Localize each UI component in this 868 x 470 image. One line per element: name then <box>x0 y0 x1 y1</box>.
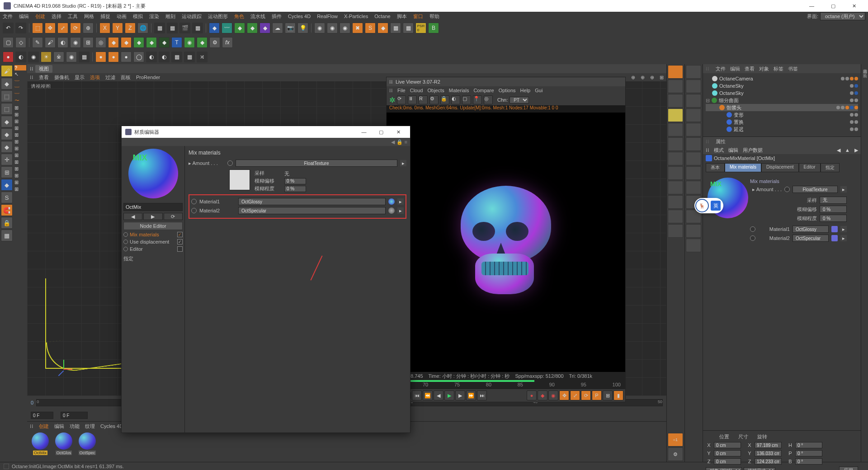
tool-icon[interactable]: ● <box>108 52 119 62</box>
material-ball-icon[interactable] <box>388 198 395 205</box>
nav-icon[interactable]: ▲ <box>845 147 850 153</box>
window-min[interactable]: — <box>802 0 822 12</box>
tool-icon[interactable]: ◐ <box>15 52 26 62</box>
menu-item[interactable]: 网格 <box>84 13 94 20</box>
octane-logo-icon[interactable]: ✲ <box>389 96 395 104</box>
grip-icon[interactable]: ⁞⁞ <box>30 75 33 80</box>
object-tree-row[interactable]: 置换 <box>706 118 858 126</box>
frame-field[interactable] <box>31 412 53 419</box>
material1-field[interactable]: OctGlossy <box>793 226 829 233</box>
menu-item[interactable]: 运动跟踪 <box>182 13 202 20</box>
editor-check[interactable]: Editor <box>123 246 183 252</box>
window-max[interactable]: ▢ <box>823 0 843 12</box>
tool-icon[interactable]: ◆ <box>146 37 157 48</box>
pointer-icon[interactable]: ↖ <box>14 71 26 77</box>
tool-icon[interactable]: ⊕ <box>83 23 94 33</box>
tool-icon[interactable]: ▦ <box>184 52 195 62</box>
side-tab[interactable]: 内容浏览器 构造 <box>861 64 868 462</box>
world-icon[interactable]: 🌐 <box>137 23 148 33</box>
axis-icon[interactable]: ✛ <box>1 154 13 165</box>
tool-icon[interactable]: ◇ <box>15 37 26 48</box>
menu-item[interactable]: 角色 <box>234 13 244 20</box>
mat-menu-item[interactable]: 功能 <box>70 423 80 430</box>
camera-icon[interactable]: 📷 <box>285 23 296 33</box>
tool-icon[interactable]: S <box>1 192 13 203</box>
material-name-input[interactable] <box>123 203 183 211</box>
material-thumb[interactable]: OctGlos <box>53 432 74 460</box>
undo-icon[interactable]: ↶ <box>3 23 14 33</box>
tool-icon[interactable] <box>668 123 683 136</box>
play-icon[interactable]: ▶ <box>444 390 454 400</box>
tool-icon[interactable] <box>686 152 701 165</box>
menu-item[interactable]: 窗口 <box>413 13 423 20</box>
generator2-icon[interactable]: ◆ <box>247 23 258 33</box>
tool-icon[interactable]: ◆ <box>377 23 388 33</box>
attr-menu[interactable]: 编辑 <box>728 147 738 154</box>
record-icon[interactable]: ● <box>527 390 537 400</box>
tool-icon[interactable]: ◉ <box>340 23 350 33</box>
move-icon[interactable]: ✥ <box>45 23 56 33</box>
tool-icon[interactable]: ▦ <box>171 52 182 62</box>
key-icon[interactable]: ◆ <box>538 390 547 400</box>
redo-icon[interactable]: ↷ <box>15 23 26 33</box>
menu-item[interactable]: 文件 <box>3 13 13 20</box>
grip-icon[interactable]: ⁞⁞ <box>30 66 33 72</box>
nav-icon[interactable]: ◀ <box>837 147 840 153</box>
vp-menu-item[interactable]: 显示 <box>75 74 85 81</box>
vp-menu-item[interactable]: ProRender <box>136 75 160 80</box>
bezier-icon[interactable]: 〜 <box>14 97 26 104</box>
object-tree-row[interactable]: OctaneCamera <box>706 75 858 82</box>
lv-menu[interactable]: Compare <box>473 88 494 93</box>
tool-icon[interactable]: ▢ <box>3 37 14 48</box>
material1-field[interactable]: OctGlossy <box>238 198 386 205</box>
object-tree-row[interactable]: 变形 <box>706 111 858 118</box>
tool-icon[interactable]: ⬚ <box>1 90 13 102</box>
tool-icon[interactable] <box>686 137 701 151</box>
om-menu[interactable]: 文件 <box>716 66 726 72</box>
attr-tab[interactable]: Displacement <box>761 163 799 172</box>
render-settings-icon[interactable]: 🎬 <box>179 23 190 33</box>
refresh-icon[interactable]: ⟳ <box>397 95 406 104</box>
prev-icon[interactable]: ◀ <box>123 213 142 220</box>
tool-icon[interactable]: ⊞ <box>14 186 26 192</box>
use-displacement-check[interactable]: Use displacement✓ <box>123 239 183 244</box>
text-tool-icon[interactable]: T <box>171 37 182 48</box>
menu-item[interactable]: 工具 <box>68 13 78 20</box>
material2-field[interactable]: OctSpecular <box>793 235 829 242</box>
live-viewer-panel[interactable]: ⁞⁞Live Viewer 3.07-R2 ⁞⁞ File Cloud Obje… <box>386 77 626 402</box>
tool-icon[interactable]: ▦ <box>79 52 90 62</box>
tool-icon[interactable]: ◆ <box>197 37 208 48</box>
menu-item[interactable]: 动画 <box>117 13 127 20</box>
picker-icon[interactable]: ▸ <box>397 198 404 205</box>
attr-menu[interactable]: 用户数据 <box>743 147 763 154</box>
tool-icon[interactable] <box>668 152 683 165</box>
tool-icon[interactable]: ⊞ <box>14 146 26 151</box>
last-frame-icon[interactable]: ⏭ <box>477 390 487 400</box>
lv-menu[interactable]: Cloud <box>410 88 423 93</box>
tool-icon[interactable]: ▢ <box>462 95 471 104</box>
object-tree[interactable]: OctaneCameraOctaneSkyOctaneSky⊟细分曲面骷髅头变形… <box>703 73 861 136</box>
tool-icon[interactable]: ✥ <box>559 390 569 400</box>
menu-item[interactable]: X-Particles <box>344 14 368 19</box>
material-chip-icon[interactable] <box>831 235 838 241</box>
tool-icon[interactable] <box>668 94 683 108</box>
tool-icon[interactable]: ◐ <box>159 52 170 62</box>
settings-icon[interactable]: ⚙ <box>429 95 439 104</box>
menu-item[interactable]: 捕捉 <box>100 13 110 20</box>
attr-tab[interactable]: 基本 <box>706 163 725 172</box>
apply-button[interactable]: 应用 <box>839 466 858 470</box>
keyframe-dot[interactable] <box>227 160 233 166</box>
menu-item[interactable]: 创建 <box>35 13 45 20</box>
material-thumb[interactable]: OctSpec <box>77 432 98 460</box>
tool-icon[interactable]: ◆ <box>159 37 170 48</box>
frame-field[interactable] <box>61 412 88 419</box>
window-close[interactable]: ✕ <box>844 0 864 12</box>
tool-icon[interactable]: ▦ <box>403 23 414 33</box>
tool-icon[interactable]: ● <box>121 52 132 62</box>
menu-item[interactable]: Cycles 4D <box>288 14 311 19</box>
lv-menu[interactable]: Gui <box>535 88 542 93</box>
tool-icon[interactable] <box>686 80 701 93</box>
gear-icon[interactable]: ⚙ <box>668 447 683 461</box>
tool-icon[interactable]: ⊞ <box>14 152 26 158</box>
picker-icon[interactable]: ▸ <box>400 160 406 166</box>
